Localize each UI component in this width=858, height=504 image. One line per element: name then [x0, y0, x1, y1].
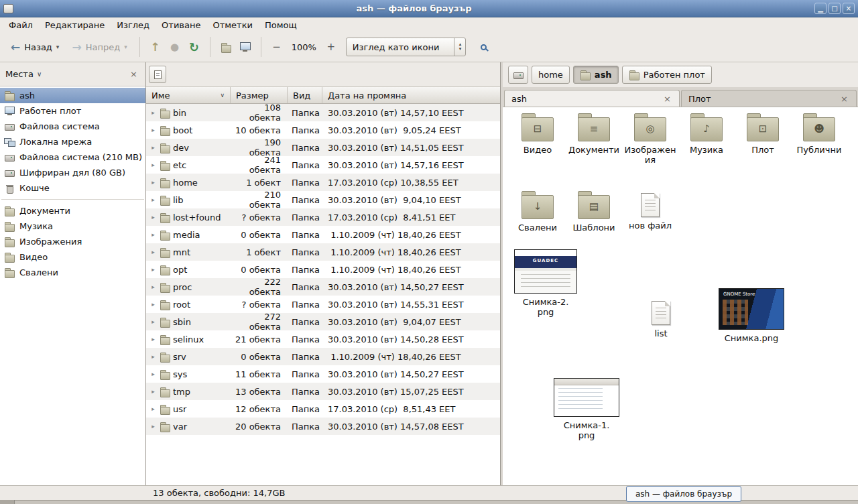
table-row[interactable]: ▸ bin 108 обекта Папка 30.03.2010 (вт) 1…: [146, 104, 500, 121]
expander-icon[interactable]: ▸: [149, 405, 157, 412]
folder-icon-item[interactable]: ⊟ Видео: [509, 111, 566, 165]
sidebar-bookmark-item[interactable]: Свалени: [0, 265, 145, 280]
expander-icon[interactable]: ▸: [149, 423, 157, 430]
folder-icon-item[interactable]: ↓ Свалени: [509, 189, 566, 233]
expander-icon[interactable]: ▸: [149, 162, 157, 168]
back-button[interactable]: ← Назад ▾: [5, 38, 64, 56]
column-header-type[interactable]: Вид: [288, 87, 322, 103]
table-row[interactable]: ▸ opt 0 обекта Папка 1.10.2009 (чт) 18,4…: [146, 261, 500, 278]
file-icon-item[interactable]: Снимка-1. png: [550, 378, 623, 440]
sidebar-bookmark-item[interactable]: Документи: [0, 203, 145, 218]
icon-canvas[interactable]: ⊟ Видео ≡ Документи ◎ Изображен ия: [503, 107, 858, 485]
search-button[interactable]: [475, 38, 492, 56]
folder-icon-item[interactable]: ▤ Шаблони: [566, 189, 622, 233]
close-button[interactable]: ×: [843, 3, 855, 14]
path-button[interactable]: home: [532, 66, 570, 84]
view-mode-combo[interactable]: Изглед като икони ▴ ▾: [346, 38, 467, 56]
expander-icon[interactable]: ▸: [149, 231, 157, 238]
sidebar-item[interactable]: Локална мрежа: [0, 134, 145, 149]
table-row[interactable]: ▸ boot 10 обекта Папка 30.03.2010 (вт) 9…: [146, 121, 500, 139]
forward-button[interactable]: → Напред ▾: [66, 38, 132, 56]
zoom-in-button[interactable]: +: [322, 38, 340, 56]
home-button[interactable]: [217, 38, 235, 56]
expander-icon[interactable]: ▸: [149, 318, 157, 325]
places-selector-icon[interactable]: ∨: [37, 70, 42, 78]
table-row[interactable]: ▸ proc 222 обекта Папка 30.03.2010 (вт) …: [146, 278, 500, 296]
expander-icon[interactable]: ▸: [149, 284, 157, 290]
table-row[interactable]: ▸ sbin 272 обекта Папка 30.03.2010 (вт) …: [146, 313, 500, 330]
minimize-button[interactable]: ▁: [814, 3, 826, 14]
expander-icon[interactable]: ▸: [149, 266, 157, 273]
up-button[interactable]: ↑: [147, 38, 164, 56]
sidebar-item[interactable]: Файлова система (210 MB): [0, 149, 145, 165]
folder-icon-item[interactable]: ◎ Изображен ия: [622, 111, 678, 165]
expander-icon[interactable]: ▸: [149, 388, 157, 395]
table-row[interactable]: ▸ dev 190 обекта Папка 30.03.2010 (вт) 1…: [146, 139, 500, 156]
expander-icon[interactable]: ▸: [149, 127, 157, 133]
computer-button[interactable]: [237, 38, 254, 56]
zoom-out-button[interactable]: −: [268, 38, 286, 56]
table-row[interactable]: ▸ mnt 1 обект Папка 1.10.2009 (чт) 18,40…: [146, 243, 500, 261]
back-history-caret-icon[interactable]: ▾: [56, 44, 60, 50]
path-button[interactable]: ash: [573, 66, 619, 84]
sidebar-item[interactable]: Файлова система: [0, 119, 145, 134]
table-row[interactable]: ▸ sys 11 обекта Папка 30.03.2010 (вт) 14…: [146, 365, 500, 383]
menu-item[interactable]: Редактиране: [39, 19, 111, 32]
sidebar-item[interactable]: Кошче: [0, 180, 145, 196]
menu-item[interactable]: Изглед: [111, 19, 156, 32]
table-row[interactable]: ▸ media 0 обекта Папка 1.10.2009 (чт) 18…: [146, 226, 500, 243]
tab[interactable]: ash ×: [504, 90, 680, 107]
column-header-name[interactable]: Име ∨: [146, 87, 231, 103]
expander-icon[interactable]: ▸: [149, 336, 157, 342]
expander-icon[interactable]: ▸: [149, 301, 157, 308]
titlebar[interactable]: ash — файлов браузър ▁ □ ×: [0, 0, 858, 17]
file-icon-item[interactable]: list: [634, 297, 688, 338]
table-row[interactable]: ▸ lib 210 обекта Папка 30.03.2010 (вт) 9…: [146, 191, 500, 208]
taskbar-window-button[interactable]: ash — файлов браузър: [626, 486, 741, 502]
table-row[interactable]: ▸ srv 0 обекта Папка 1.10.2009 (чт) 18,4…: [146, 348, 500, 365]
column-header-date[interactable]: Дата на промяна: [322, 87, 500, 103]
expander-icon[interactable]: ▸: [149, 196, 157, 203]
maximize-button[interactable]: □: [829, 3, 841, 14]
table-row[interactable]: ▸ lost+found ? обекта Папка 17.03.2010 (…: [146, 208, 500, 226]
menu-item[interactable]: Файл: [3, 19, 39, 32]
sidebar-close-button[interactable]: ×: [127, 69, 140, 79]
file-icon-item[interactable]: GUADEC Снимка-2. png: [512, 249, 579, 317]
menu-item[interactable]: Отметки: [206, 19, 258, 32]
root-button[interactable]: [508, 66, 528, 84]
folder-icon-item[interactable]: ♪ Музика: [678, 111, 735, 165]
reload-button[interactable]: ↻: [186, 38, 203, 56]
file-icon-item[interactable]: GNOME Store Снимка.png: [715, 288, 788, 343]
pane-location-button[interactable]: [149, 66, 166, 83]
column-header-size[interactable]: Размер: [231, 87, 288, 103]
expander-icon[interactable]: ▸: [149, 109, 157, 116]
menu-item[interactable]: Отиване: [156, 19, 206, 32]
sidebar-bookmark-item[interactable]: Музика: [0, 218, 145, 234]
folder-icon-item[interactable]: нов файл: [622, 189, 678, 233]
sidebar-item[interactable]: Шифриран дял (80 GB): [0, 165, 145, 180]
show-desktop-button[interactable]: [0, 500, 15, 504]
table-row[interactable]: ▸ etc 241 обекта Папка 30.03.2010 (вт) 1…: [146, 156, 500, 174]
folder-icon-item[interactable]: ⊡ Плот: [735, 111, 791, 165]
sidebar-item[interactable]: ash: [0, 88, 145, 103]
sidebar-item[interactable]: Работен плот: [0, 103, 145, 119]
table-row[interactable]: ▸ usr 12 обекта Папка 17.03.2010 (ср) 8,…: [146, 400, 500, 418]
tab-close-icon[interactable]: ×: [839, 94, 849, 104]
expander-icon[interactable]: ▸: [149, 144, 157, 151]
sidebar-bookmark-item[interactable]: Видео: [0, 249, 145, 265]
folder-icon-item[interactable]: ☻ Публични: [791, 111, 847, 165]
folder-icon-item[interactable]: ≡ Документи: [566, 111, 622, 165]
expander-icon[interactable]: ▸: [149, 249, 157, 255]
expander-icon[interactable]: ▸: [149, 179, 157, 186]
tab-close-icon[interactable]: ×: [662, 94, 672, 104]
table-row[interactable]: ▸ var 20 обекта Папка 30.03.2010 (вт) 14…: [146, 418, 500, 435]
expander-icon[interactable]: ▸: [149, 371, 157, 377]
expander-icon[interactable]: ▸: [149, 353, 157, 360]
sidebar-bookmark-item[interactable]: Изображения: [0, 234, 145, 249]
table-row[interactable]: ▸ home 1 обект Папка 17.03.2010 (ср) 10,…: [146, 174, 500, 191]
table-row[interactable]: ▸ root ? обекта Папка 30.03.2010 (вт) 14…: [146, 296, 500, 313]
tab[interactable]: Плот ×: [681, 90, 857, 107]
path-button[interactable]: Работен плот: [622, 66, 712, 84]
table-row[interactable]: ▸ selinux 21 обекта Папка 30.03.2010 (вт…: [146, 330, 500, 348]
combo-spin-icons[interactable]: ▴ ▾: [454, 38, 465, 56]
